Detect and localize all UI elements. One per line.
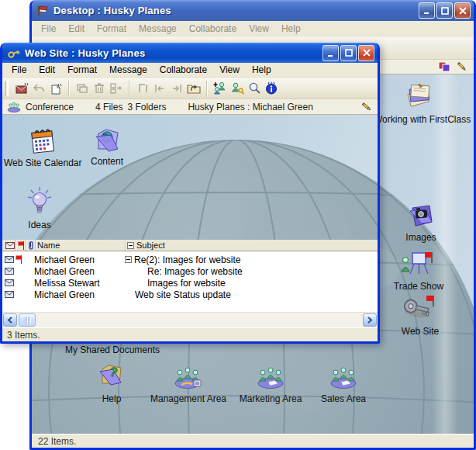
previous-icon [151, 80, 168, 97]
menu-help[interactable]: Help [275, 23, 307, 34]
web-site-statusbar: 3 Items. [2, 327, 378, 341]
menu-file[interactable]: File [35, 23, 62, 34]
desktop-icon-my-shared-documents[interactable]: My Shared Documents [65, 344, 189, 355]
desktop-icon-trade-show[interactable]: Trade Show [374, 251, 464, 292]
key-icon [7, 47, 20, 58]
flag-icon [16, 255, 26, 264]
menu-collaborate[interactable]: Collaborate [153, 64, 213, 75]
menu-view[interactable]: View [213, 64, 246, 75]
envelope-icon [5, 279, 16, 286]
add-member-icon[interactable] [212, 80, 229, 97]
toolbar-separator [206, 81, 208, 96]
menu-view[interactable]: View [243, 23, 275, 34]
icon-label: Trade Show [374, 281, 464, 292]
message-row[interactable]: Michael Green Web site Status update [2, 289, 378, 300]
attachment-column-header[interactable] [26, 240, 36, 251]
group-area-icon [171, 365, 206, 389]
reply-icon [30, 80, 47, 97]
menu-format[interactable]: Format [91, 23, 133, 34]
files-count: 4 Files [95, 102, 122, 112]
desktop-statusbar: 22 Items. [32, 434, 474, 448]
presentation-easel-icon [399, 251, 438, 277]
desktop-icon-management-area[interactable]: Management Area [143, 365, 233, 404]
info-icon[interactable] [263, 80, 280, 97]
content-icon-ideas[interactable]: Ideas [9, 186, 71, 230]
new-document-icon[interactable] [47, 80, 64, 97]
permissions-icon[interactable] [229, 80, 246, 97]
maximize-button[interactable] [436, 2, 453, 19]
pencil-icon[interactable] [361, 102, 373, 112]
flag-column-header[interactable] [16, 240, 26, 251]
subject-column-header[interactable]: Subject [126, 240, 378, 251]
envelope-icon [5, 256, 16, 263]
name-column-header[interactable]: Name [36, 240, 126, 251]
scroll-left-button[interactable] [3, 313, 17, 327]
desktop-icon-sales-area[interactable]: Sales Area [298, 365, 388, 404]
group-area-icon [326, 365, 361, 389]
icon-label: Web Site Calendar [4, 158, 81, 168]
icon-label: Management Area [143, 393, 233, 404]
horizontal-scrollbar[interactable] [2, 312, 378, 327]
desktop-icon-working-with-firstclass[interactable]: Working with FirstClass [374, 81, 464, 125]
message-row[interactable]: Melissa Stewart Images for website [2, 277, 378, 289]
message-list: Michael Green Re(2): Images for website … [2, 251, 378, 312]
icon-label: Images [376, 232, 466, 243]
web-site-menubar: File Edit Format Message Collaborate Vie… [2, 63, 378, 78]
minimize-button[interactable] [323, 45, 339, 61]
toolbar-grip[interactable] [5, 81, 9, 96]
conference-icon-pane: Web Site Calendar Content [2, 115, 378, 240]
collapse-all-icon[interactable] [127, 242, 134, 249]
message-row[interactable]: Michael Green Re(2): Images for website [2, 254, 378, 265]
images-folder-icon [406, 203, 436, 228]
pencil-icon[interactable] [457, 61, 467, 72]
envelope-column-header[interactable] [5, 240, 16, 251]
collapse-thread-icon[interactable] [125, 256, 132, 263]
maximize-button[interactable] [340, 45, 357, 61]
location-path: Husky Planes : Michael Green [188, 102, 312, 112]
close-button[interactable] [358, 45, 374, 61]
desktop-window-titlebar[interactable]: Desktop : Husky Planes [32, 0, 474, 21]
menu-collaborate[interactable]: Collaborate [183, 23, 243, 34]
content-icon-web-site-calendar[interactable]: Web Site Calendar [4, 126, 81, 168]
calendar-icon [4, 126, 81, 157]
minimize-button[interactable] [419, 2, 435, 19]
item-count: 22 Items. [38, 436, 76, 447]
envelope-icon [5, 242, 15, 249]
help-folder-icon: ? [96, 362, 127, 389]
paperclip-icon [27, 241, 34, 251]
conference-infobar: Conference 4 Files 3 Folders Husky Plane… [2, 99, 378, 115]
scroll-right-button[interactable] [363, 313, 377, 327]
menu-message[interactable]: Message [133, 23, 183, 34]
desktop-menubar: File Edit Format Message Collaborate Vie… [32, 21, 474, 36]
toolbar-separator [68, 81, 70, 96]
menu-edit[interactable]: Edit [33, 64, 61, 75]
menu-help[interactable]: Help [246, 64, 278, 75]
toolbar-separator [129, 81, 130, 96]
new-message-icon[interactable] [13, 80, 30, 97]
delete-icon [91, 80, 108, 97]
menu-message[interactable]: Message [103, 64, 153, 75]
message-subject: Re: Images for website [147, 266, 243, 277]
close-button[interactable] [454, 2, 471, 19]
scrollbar-thumb[interactable] [19, 313, 36, 327]
content-icon-content[interactable]: Content [76, 127, 138, 167]
menu-edit[interactable]: Edit [62, 23, 91, 34]
desktop-icon-images[interactable]: Images [376, 203, 466, 243]
layers-icon[interactable] [438, 61, 450, 72]
lightbulb-icon [9, 186, 71, 219]
message-row[interactable]: Michael Green Re: Images for website [2, 265, 378, 277]
item-count: 3 Items. [7, 330, 40, 341]
conference-icon [7, 102, 21, 112]
flag-icon [18, 241, 25, 250]
parent-folder-icon[interactable] [185, 80, 202, 97]
icon-label: My Shared Documents [65, 344, 189, 355]
group-area-icon [253, 365, 288, 389]
key-icon [401, 294, 440, 322]
firstclass-flag-icon [36, 5, 49, 16]
envelope-icon [5, 291, 16, 298]
desktop-icon-web-site[interactable]: Web Site [375, 294, 465, 337]
menu-format[interactable]: Format [61, 64, 103, 75]
web-site-window-titlebar[interactable]: Web Site : Husky Planes [2, 43, 378, 63]
menu-file[interactable]: File [5, 64, 33, 75]
search-icon[interactable] [246, 80, 263, 97]
